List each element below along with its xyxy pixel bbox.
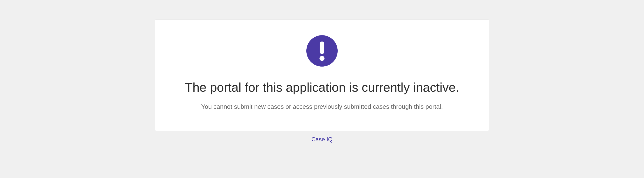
exclamation-circle-icon [306,35,338,68]
svg-point-2 [320,56,325,61]
inactive-portal-card: The portal for this application is curre… [154,19,490,131]
svg-rect-1 [320,42,324,54]
case-iq-link[interactable]: Case IQ [312,136,332,143]
inactive-subtext: You cannot submit new cases or access pr… [201,103,443,110]
inactive-heading: The portal for this application is curre… [185,80,459,95]
